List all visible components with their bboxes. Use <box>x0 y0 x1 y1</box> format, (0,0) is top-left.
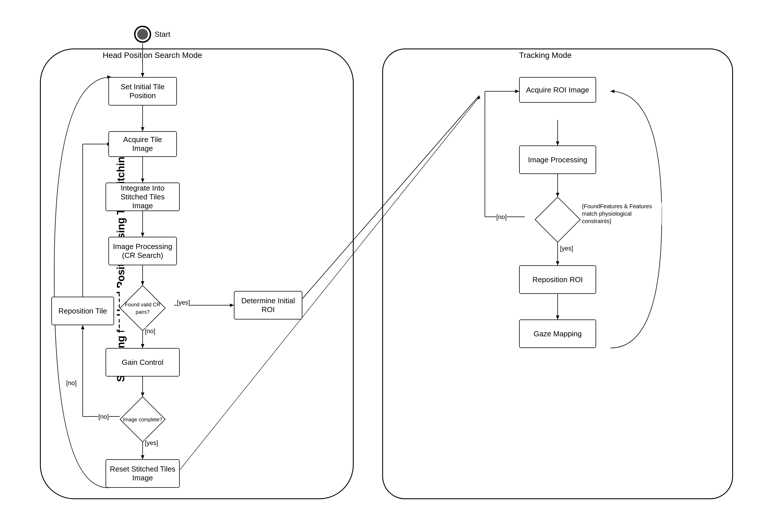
start-inner-circle <box>137 29 148 40</box>
reset-stitched-box: Reset Stitched Tiles Image <box>105 459 180 488</box>
no-label-cr: [no] <box>145 327 155 335</box>
found-cr-diamond: Found valid CR pairs? <box>120 285 165 331</box>
acquire-tile-image-box: Acquire Tile Image <box>108 131 177 157</box>
image-processing-box: Image Processing <box>519 145 596 174</box>
diagram-area: Start Head Position Search Mode Tracking… <box>23 17 747 519</box>
set-initial-tile-box: Set Initial Tile Position <box>108 77 177 105</box>
yes-label-features: [yes] <box>560 245 573 252</box>
reposition-roi-box: Reposition ROI <box>519 265 596 294</box>
yes-label-cr: [yes] <box>177 299 190 307</box>
integrate-stitched-box: Integrate Into Stitched Tiles Image <box>105 183 180 211</box>
determine-initial-roi-box: Determine Initial ROI <box>234 291 302 319</box>
acquire-roi-image-box: Acquire ROI Image <box>519 77 596 103</box>
page-container: Scanning for Head Position using Tile St… <box>0 0 759 532</box>
start-node <box>134 26 151 43</box>
left-container-label: Head Position Search Mode <box>103 51 202 60</box>
no-label-reposition: [no] <box>66 379 77 387</box>
found-features-diamond <box>535 197 580 242</box>
left-container <box>40 49 354 499</box>
image-complete-diamond: Image complete? <box>120 396 165 442</box>
reposition-tile-box: Reposition Tile <box>51 297 114 325</box>
found-features-label: {FoundFeatures & Features match physiolo… <box>582 203 662 225</box>
image-processing-cr-box: Image Processing (CR Search) <box>108 237 177 265</box>
right-container-label: Tracking Mode <box>519 51 572 60</box>
gain-control-box: Gain Control <box>105 348 180 377</box>
gaze-mapping-box: Gaze Mapping <box>519 319 596 348</box>
start-label: Start <box>155 30 170 39</box>
no-label-image-complete: [no] <box>99 413 109 421</box>
yes-label-image-complete: [yes] <box>145 439 158 447</box>
no-label-features: [no] <box>496 213 507 221</box>
